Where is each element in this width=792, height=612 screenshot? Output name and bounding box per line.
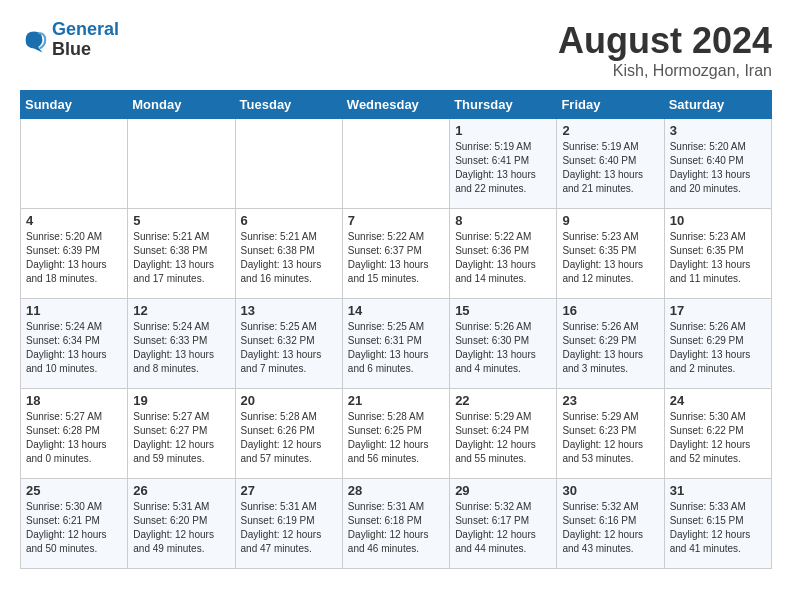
calendar-day-cell [21,119,128,209]
calendar-day-cell: 22Sunrise: 5:29 AM Sunset: 6:24 PM Dayli… [450,389,557,479]
calendar-day-cell: 31Sunrise: 5:33 AM Sunset: 6:15 PM Dayli… [664,479,771,569]
calendar-day-cell: 21Sunrise: 5:28 AM Sunset: 6:25 PM Dayli… [342,389,449,479]
day-number: 19 [133,393,229,408]
day-info: Sunrise: 5:20 AM Sunset: 6:40 PM Dayligh… [670,140,766,196]
calendar-day-cell: 1Sunrise: 5:19 AM Sunset: 6:41 PM Daylig… [450,119,557,209]
day-info: Sunrise: 5:21 AM Sunset: 6:38 PM Dayligh… [241,230,337,286]
calendar-week-row: 18Sunrise: 5:27 AM Sunset: 6:28 PM Dayli… [21,389,772,479]
day-info: Sunrise: 5:23 AM Sunset: 6:35 PM Dayligh… [670,230,766,286]
calendar-day-cell: 10Sunrise: 5:23 AM Sunset: 6:35 PM Dayli… [664,209,771,299]
day-number: 25 [26,483,122,498]
day-info: Sunrise: 5:21 AM Sunset: 6:38 PM Dayligh… [133,230,229,286]
calendar-day-cell: 28Sunrise: 5:31 AM Sunset: 6:18 PM Dayli… [342,479,449,569]
title-block: August 2024 Kish, Hormozgan, Iran [558,20,772,80]
day-number: 2 [562,123,658,138]
weekday-header: Thursday [450,91,557,119]
day-number: 22 [455,393,551,408]
day-number: 20 [241,393,337,408]
calendar-day-cell: 11Sunrise: 5:24 AM Sunset: 6:34 PM Dayli… [21,299,128,389]
day-number: 18 [26,393,122,408]
day-number: 23 [562,393,658,408]
day-info: Sunrise: 5:26 AM Sunset: 6:29 PM Dayligh… [670,320,766,376]
calendar-day-cell: 3Sunrise: 5:20 AM Sunset: 6:40 PM Daylig… [664,119,771,209]
day-number: 5 [133,213,229,228]
logo-text: General Blue [52,20,119,60]
day-number: 7 [348,213,444,228]
day-number: 31 [670,483,766,498]
day-number: 17 [670,303,766,318]
calendar-day-cell: 26Sunrise: 5:31 AM Sunset: 6:20 PM Dayli… [128,479,235,569]
day-info: Sunrise: 5:19 AM Sunset: 6:41 PM Dayligh… [455,140,551,196]
day-number: 26 [133,483,229,498]
day-info: Sunrise: 5:28 AM Sunset: 6:25 PM Dayligh… [348,410,444,466]
day-number: 27 [241,483,337,498]
day-number: 16 [562,303,658,318]
calendar-day-cell: 13Sunrise: 5:25 AM Sunset: 6:32 PM Dayli… [235,299,342,389]
calendar-day-cell: 12Sunrise: 5:24 AM Sunset: 6:33 PM Dayli… [128,299,235,389]
logo-line2: Blue [52,40,119,60]
calendar-title: August 2024 [558,20,772,62]
calendar-day-cell: 30Sunrise: 5:32 AM Sunset: 6:16 PM Dayli… [557,479,664,569]
day-info: Sunrise: 5:33 AM Sunset: 6:15 PM Dayligh… [670,500,766,556]
day-info: Sunrise: 5:28 AM Sunset: 6:26 PM Dayligh… [241,410,337,466]
calendar-week-row: 25Sunrise: 5:30 AM Sunset: 6:21 PM Dayli… [21,479,772,569]
day-number: 4 [26,213,122,228]
calendar-day-cell: 19Sunrise: 5:27 AM Sunset: 6:27 PM Dayli… [128,389,235,479]
calendar-day-cell: 17Sunrise: 5:26 AM Sunset: 6:29 PM Dayli… [664,299,771,389]
weekday-header: Monday [128,91,235,119]
calendar-day-cell: 4Sunrise: 5:20 AM Sunset: 6:39 PM Daylig… [21,209,128,299]
calendar-week-row: 11Sunrise: 5:24 AM Sunset: 6:34 PM Dayli… [21,299,772,389]
day-info: Sunrise: 5:24 AM Sunset: 6:33 PM Dayligh… [133,320,229,376]
calendar-day-cell: 8Sunrise: 5:22 AM Sunset: 6:36 PM Daylig… [450,209,557,299]
logo: General Blue [20,20,119,60]
day-info: Sunrise: 5:31 AM Sunset: 6:18 PM Dayligh… [348,500,444,556]
day-info: Sunrise: 5:26 AM Sunset: 6:30 PM Dayligh… [455,320,551,376]
page-header: General Blue August 2024 Kish, Hormozgan… [20,20,772,80]
calendar-day-cell: 6Sunrise: 5:21 AM Sunset: 6:38 PM Daylig… [235,209,342,299]
day-number: 15 [455,303,551,318]
day-number: 12 [133,303,229,318]
weekday-header: Sunday [21,91,128,119]
day-info: Sunrise: 5:23 AM Sunset: 6:35 PM Dayligh… [562,230,658,286]
day-number: 11 [26,303,122,318]
calendar-week-row: 1Sunrise: 5:19 AM Sunset: 6:41 PM Daylig… [21,119,772,209]
day-info: Sunrise: 5:26 AM Sunset: 6:29 PM Dayligh… [562,320,658,376]
calendar-day-cell: 29Sunrise: 5:32 AM Sunset: 6:17 PM Dayli… [450,479,557,569]
calendar-day-cell [235,119,342,209]
day-number: 1 [455,123,551,138]
calendar-day-cell: 9Sunrise: 5:23 AM Sunset: 6:35 PM Daylig… [557,209,664,299]
calendar-day-cell: 18Sunrise: 5:27 AM Sunset: 6:28 PM Dayli… [21,389,128,479]
day-info: Sunrise: 5:25 AM Sunset: 6:31 PM Dayligh… [348,320,444,376]
day-number: 6 [241,213,337,228]
day-info: Sunrise: 5:30 AM Sunset: 6:22 PM Dayligh… [670,410,766,466]
calendar-header: SundayMondayTuesdayWednesdayThursdayFrid… [21,91,772,119]
weekday-header: Tuesday [235,91,342,119]
weekday-row: SundayMondayTuesdayWednesdayThursdayFrid… [21,91,772,119]
calendar-body: 1Sunrise: 5:19 AM Sunset: 6:41 PM Daylig… [21,119,772,569]
calendar-day-cell: 7Sunrise: 5:22 AM Sunset: 6:37 PM Daylig… [342,209,449,299]
weekday-header: Wednesday [342,91,449,119]
day-number: 29 [455,483,551,498]
calendar-day-cell: 20Sunrise: 5:28 AM Sunset: 6:26 PM Dayli… [235,389,342,479]
day-info: Sunrise: 5:32 AM Sunset: 6:17 PM Dayligh… [455,500,551,556]
day-number: 30 [562,483,658,498]
day-info: Sunrise: 5:25 AM Sunset: 6:32 PM Dayligh… [241,320,337,376]
calendar-day-cell: 5Sunrise: 5:21 AM Sunset: 6:38 PM Daylig… [128,209,235,299]
calendar-day-cell: 14Sunrise: 5:25 AM Sunset: 6:31 PM Dayli… [342,299,449,389]
calendar-day-cell [128,119,235,209]
day-info: Sunrise: 5:27 AM Sunset: 6:28 PM Dayligh… [26,410,122,466]
day-info: Sunrise: 5:22 AM Sunset: 6:36 PM Dayligh… [455,230,551,286]
day-info: Sunrise: 5:32 AM Sunset: 6:16 PM Dayligh… [562,500,658,556]
calendar-day-cell [342,119,449,209]
day-info: Sunrise: 5:29 AM Sunset: 6:24 PM Dayligh… [455,410,551,466]
calendar-day-cell: 25Sunrise: 5:30 AM Sunset: 6:21 PM Dayli… [21,479,128,569]
weekday-header: Saturday [664,91,771,119]
day-info: Sunrise: 5:27 AM Sunset: 6:27 PM Dayligh… [133,410,229,466]
day-number: 3 [670,123,766,138]
logo-icon [20,26,48,54]
calendar-day-cell: 24Sunrise: 5:30 AM Sunset: 6:22 PM Dayli… [664,389,771,479]
day-number: 13 [241,303,337,318]
day-info: Sunrise: 5:31 AM Sunset: 6:20 PM Dayligh… [133,500,229,556]
weekday-header: Friday [557,91,664,119]
day-number: 9 [562,213,658,228]
